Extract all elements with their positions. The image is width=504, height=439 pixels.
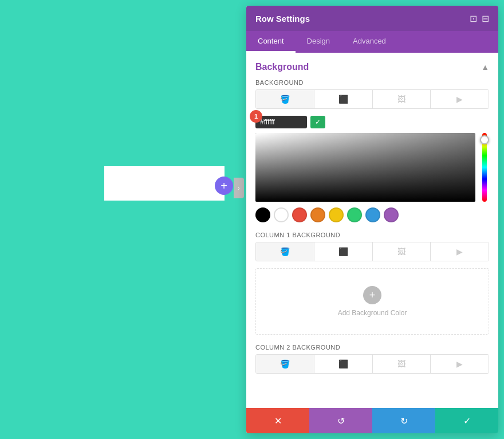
col1-image-icon: 🖼 xyxy=(397,247,405,256)
panel-footer: ✕ ↺ ↻ ✓ xyxy=(246,408,498,433)
saturation-gradient[interactable] xyxy=(255,133,475,202)
redo-icon: ↻ xyxy=(400,416,408,426)
redo-button[interactable]: ↻ xyxy=(372,408,435,433)
collapse-icon[interactable]: ▲ xyxy=(481,62,489,72)
col1-bg-type-video[interactable]: ▶ xyxy=(431,242,489,261)
background-section: Background ▲ Background 🪣 ⬛ 🖼 ▶ xyxy=(255,62,489,222)
step-badge: 1 xyxy=(250,110,262,123)
row-settings-panel: Row Settings ⊡ ⊟ Content Design Advanced… xyxy=(246,6,498,433)
bg-type-video[interactable]: ▶ xyxy=(431,90,489,108)
col1-bg-type-tabs: 🪣 ⬛ 🖼 ▶ xyxy=(255,242,489,261)
preset-white[interactable] xyxy=(274,207,289,222)
preset-green[interactable] xyxy=(347,207,362,222)
col1-background-section: Column 1 Background 🪣 ⬛ 🖼 ▶ + Add Backgr xyxy=(255,232,489,335)
col1-bg-type-color[interactable]: 🪣 xyxy=(256,242,314,261)
background-field-label: Background xyxy=(255,79,489,86)
col2-bg-type-color[interactable]: 🪣 xyxy=(256,355,314,373)
tab-advanced[interactable]: Advanced xyxy=(341,31,397,53)
paint-bucket-icon: 🪣 xyxy=(280,95,290,104)
col2-paint-bucket-icon: 🪣 xyxy=(280,359,290,369)
preset-red[interactable] xyxy=(292,207,307,222)
preset-colors xyxy=(255,207,489,222)
bg-type-gradient[interactable]: ⬛ xyxy=(314,90,373,108)
tab-design[interactable]: Design xyxy=(296,31,341,53)
background-section-title: Background xyxy=(255,62,309,72)
tab-content[interactable]: Content xyxy=(246,31,296,53)
panel-content: Background ▲ Background 🪣 ⬛ 🖼 ▶ xyxy=(246,53,498,408)
col2-gradient-icon: ⬛ xyxy=(338,359,348,369)
gradient-icon: ⬛ xyxy=(338,95,348,104)
panel-header-icons: ⊡ ⊟ xyxy=(470,13,489,24)
hex-confirm-button[interactable]: ✓ xyxy=(310,116,325,128)
col2-video-icon: ▶ xyxy=(456,359,463,369)
col2-bg-type-gradient[interactable]: ⬛ xyxy=(314,355,373,373)
hue-slider[interactable] xyxy=(480,133,489,202)
confirm-icon: ✓ xyxy=(463,416,471,426)
fullscreen-icon[interactable]: ⊡ xyxy=(470,13,477,24)
preset-black[interactable] xyxy=(255,207,270,222)
preset-orange[interactable] xyxy=(310,207,325,222)
col1-add-bg-button[interactable]: + xyxy=(363,286,381,304)
col2-bg-type-video[interactable]: ▶ xyxy=(431,355,489,373)
minimize-icon[interactable]: ⊟ xyxy=(482,13,489,24)
confirm-button[interactable]: ✓ xyxy=(435,408,498,433)
col1-bg-type-gradient[interactable]: ⬛ xyxy=(314,242,373,261)
preset-blue[interactable] xyxy=(365,207,380,222)
col2-bg-type-image[interactable]: 🖼 xyxy=(373,355,431,373)
color-picker-area xyxy=(255,133,489,202)
video-icon: ▶ xyxy=(456,95,463,104)
col1-bg-type-image[interactable]: 🖼 xyxy=(373,242,431,261)
hex-input-row: ✓ xyxy=(255,116,489,128)
cancel-button[interactable]: ✕ xyxy=(246,408,309,433)
col1-video-icon: ▶ xyxy=(456,247,463,256)
col1-paint-bucket-icon: 🪣 xyxy=(280,247,290,256)
col2-background-section: Column 2 Background 🪣 ⬛ 🖼 ▶ xyxy=(255,344,489,374)
bg-type-image[interactable]: 🖼 xyxy=(373,90,431,108)
col2-image-icon: 🖼 xyxy=(397,359,405,369)
image-icon: 🖼 xyxy=(397,95,405,104)
col1-background-label: Column 1 Background xyxy=(255,232,489,238)
hue-knob xyxy=(480,135,489,144)
bg-type-color[interactable]: 🪣 xyxy=(256,90,314,108)
background-section-header: Background ▲ xyxy=(255,62,489,72)
cancel-icon: ✕ xyxy=(274,416,282,426)
preset-yellow[interactable] xyxy=(329,207,344,222)
col1-add-bg-label: Add Background Color xyxy=(338,309,407,317)
color-picker-container: 1 ✓ xyxy=(255,116,489,222)
panel-title: Row Settings xyxy=(255,14,310,23)
col2-bg-type-tabs: 🪣 ⬛ 🖼 ▶ xyxy=(255,354,489,374)
reset-button[interactable]: ↺ xyxy=(309,408,372,433)
panel-header: Row Settings ⊡ ⊟ xyxy=(246,6,498,31)
col1-gradient-icon: ⬛ xyxy=(338,247,348,256)
add-row-button[interactable]: + xyxy=(215,177,233,195)
col1-add-bg-area: + Add Background Color xyxy=(255,268,489,335)
sidebar-expand-handle[interactable]: › xyxy=(234,178,244,198)
canvas-white-rect xyxy=(104,166,225,201)
bg-type-tabs: 🪣 ⬛ 🖼 ▶ xyxy=(255,89,489,109)
preset-purple[interactable] xyxy=(384,207,399,222)
col2-background-label: Column 2 Background xyxy=(255,344,489,351)
reset-icon: ↺ xyxy=(337,416,345,426)
hex-input[interactable] xyxy=(255,116,307,128)
panel-tabs: Content Design Advanced xyxy=(246,31,498,53)
